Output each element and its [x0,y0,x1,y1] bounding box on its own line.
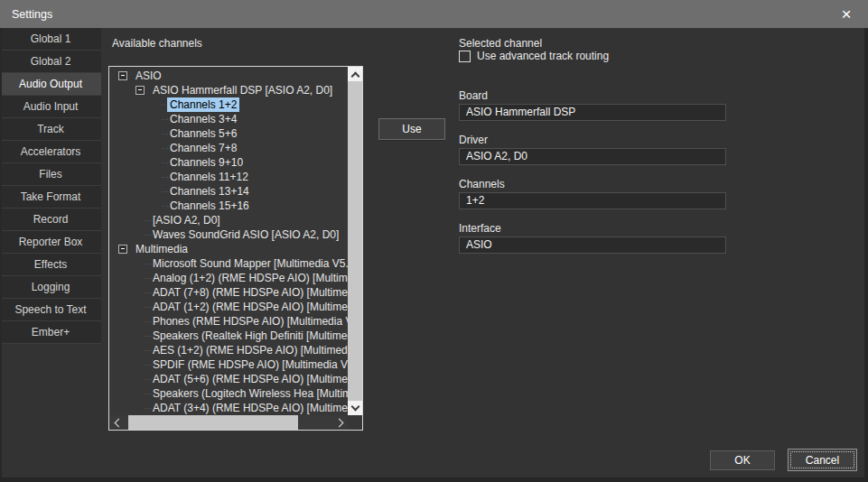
ok-button[interactable]: OK [710,450,775,470]
selected-channel-heading: Selected channel [459,37,542,50]
available-channels-label: Available channels [112,37,202,50]
tree-item-channels-1-2[interactable]: Channels 1+2 [109,97,348,112]
collapse-icon[interactable] [118,71,127,80]
channel-tree: ASIOASIO Hammerfall DSP [ASIO A2, D0]Cha… [109,67,348,415]
field-input-driver[interactable]: ASIO A2, D0 [459,148,726,165]
window-frame-bottom [0,477,868,482]
tree-item-label: Channels 15+16 [167,199,252,213]
horizontal-scrollbar-thumb[interactable] [128,415,298,430]
sidebar: Global 1Global 2Audio OutputAudio InputT… [0,28,101,344]
sidebar-item-audio-output[interactable]: Audio Output [0,73,101,96]
collapse-icon[interactable] [135,86,145,95]
tree-item-channels-3-4[interactable]: Channels 3+4 [109,112,348,126]
tree-item-spdif-rme-hdspe-aio-multimedia-v10-0[interactable]: SPDIF (RME HDSPe AIO) [Multimedia V10.0] [109,357,348,372]
collapse-icon[interactable] [118,245,127,254]
window-frame-left [0,28,2,482]
tree-item-label: ADAT (1+2) (RME HDSPe AIO) [Multimedia V [150,300,348,314]
tree-item-label: ADAT (5+6) (RME HDSPe AIO) [Multimedia V [150,372,348,386]
tree-item-channels-5-6[interactable]: Channels 5+6 [109,126,348,141]
scroll-up-button[interactable] [348,67,362,81]
tree-item-label: Analog (1+2) (RME HDSPe AIO) [Multimedia [150,271,348,285]
sidebar-item-reporter-box[interactable]: Reporter Box [0,231,101,254]
field-input-board[interactable]: ASIO Hammerfall DSP [459,104,726,121]
sidebar-item-files[interactable]: Files [0,163,101,186]
sidebar-item-accelerators[interactable]: Accelerators [0,141,101,163]
window-frame-right [864,28,868,482]
sidebar-item-speech-to-text[interactable]: Speech to Text [0,299,101,321]
horizontal-scrollbar[interactable] [109,415,348,430]
sidebar-item-ember[interactable]: Ember+ [0,321,101,344]
tree-item-label: Phones (RME HDSPe AIO) [Multimedia V10. [150,314,348,329]
tree-item-label: Multimedia [133,242,191,256]
vertical-scrollbar[interactable] [348,67,362,415]
tree-item-label: Speakers (Realtek High Definiti [Multime… [150,329,348,343]
field-label-board: Board [459,89,488,102]
tree-item-adat-3-4-rme-hdspe-aio-multimedia-v[interactable]: ADAT (3+4) (RME HDSPe AIO) [Multimedia V [109,401,348,415]
scroll-right-button[interactable] [333,415,348,430]
advanced-routing-checkbox[interactable] [459,51,471,62]
scroll-left-button[interactable] [109,415,124,430]
field-input-channels[interactable]: 1+2 [459,192,726,209]
tree-item-label: ADAT (3+4) (RME HDSPe AIO) [Multimedia V [150,401,348,415]
available-channels-listbox: ASIOASIO Hammerfall DSP [ASIO A2, D0]Cha… [108,66,363,431]
tree-item-adat-7-8-rme-hdspe-aio-multimedia-v[interactable]: ADAT (7+8) (RME HDSPe AIO) [Multimedia V [109,285,348,300]
minus-glyph [121,75,125,76]
tree-item-channels-9-10[interactable]: Channels 9+10 [109,155,348,170]
tree-item-label: AES (1+2) (RME HDSPe AIO) [Multimedia V1 [150,343,348,357]
close-icon[interactable]: × [836,5,856,23]
tree-item-label: SPDIF (RME HDSPe AIO) [Multimedia V10.0] [150,357,348,372]
sidebar-item-audio-input[interactable]: Audio Input [0,96,101,118]
sidebar-item-track[interactable]: Track [0,118,101,141]
tree-item-channels-7-8[interactable]: Channels 7+8 [109,141,348,155]
tree-item-microsoft-sound-mapper-multimedia-v5-0[interactable]: Microsoft Sound Mapper [Multimedia V5.0 [109,256,348,271]
tree-item-label: Microsoft Sound Mapper [Multimedia V5.0 [150,256,348,271]
tree-item-label: ADAT (7+8) (RME HDSPe AIO) [Multimedia V [150,285,348,300]
tree-item-asio[interactable]: ASIO [109,69,348,83]
advanced-routing-row[interactable]: Use advanced track routing [459,50,609,62]
field-label-driver: Driver [459,134,488,146]
tree-item-channels-15-16[interactable]: Channels 15+16 [109,199,348,213]
tree-item-label: Waves SoundGrid ASIO [ASIO A2, D0] [150,227,341,242]
sidebar-item-logging[interactable]: Logging [0,276,101,299]
tree-item-adat-1-2-rme-hdspe-aio-multimedia-v[interactable]: ADAT (1+2) (RME HDSPe AIO) [Multimedia V [109,300,348,314]
chevron-right-icon [334,418,343,427]
scroll-down-button[interactable] [348,401,362,415]
tree-item-speakers-realtek-high-definiti-multimedi[interactable]: Speakers (Realtek High Definiti [Multime… [109,329,348,343]
tree-item-asio-a2-d0[interactable]: [ASIO A2, D0] [109,213,348,227]
tree-item-channels-11-12[interactable]: Channels 11+12 [109,170,348,184]
chevron-up-icon [350,71,359,80]
tree-item-label: Channels 3+4 [167,112,239,126]
sidebar-item-global-2[interactable]: Global 2 [0,51,101,73]
cancel-button[interactable]: Cancel [788,449,857,471]
chevron-left-icon [114,418,123,427]
vertical-scrollbar-thumb[interactable] [348,81,362,401]
minus-glyph [121,248,125,249]
tree-item-phones-rme-hdspe-aio-multimedia-v10[interactable]: Phones (RME HDSPe AIO) [Multimedia V10. [109,314,348,329]
tree-item-multimedia[interactable]: Multimedia [109,242,348,256]
field-label-channels: Channels [459,178,505,190]
tree-item-label: Channels 11+12 [167,170,251,184]
tree-item-analog-1-2-rme-hdspe-aio-multimedia[interactable]: Analog (1+2) (RME HDSPe AIO) [Multimedia [109,271,348,285]
tree-item-label: Channels 1+2 [167,97,239,112]
tree-item-waves-soundgrid-asio-asio-a2-d0[interactable]: Waves SoundGrid ASIO [ASIO A2, D0] [109,227,348,242]
use-button[interactable]: Use [378,118,445,140]
tree-item-channels-13-14[interactable]: Channels 13+14 [109,184,348,199]
tree-item-label: ASIO Hammerfall DSP [ASIO A2, D0] [150,83,335,97]
selected-channel-panel: Selected channel Use advanced track rout… [459,37,726,281]
sidebar-item-effects[interactable]: Effects [0,254,101,276]
sidebar-item-global-1[interactable]: Global 1 [0,28,101,51]
tree-item-aes-1-2-rme-hdspe-aio-multimedia-v1[interactable]: AES (1+2) (RME HDSPe AIO) [Multimedia V1 [109,343,348,357]
sidebar-item-record[interactable]: Record [0,209,101,231]
sidebar-item-take-format[interactable]: Take Format [0,186,101,209]
titlebar[interactable]: Settings × [0,0,868,28]
dialog-title: Settings [12,8,52,21]
field-input-interface[interactable]: ASIO [459,236,726,254]
tree-item-speakers-logitech-wireless-hea-multimed[interactable]: Speakers (Logitech Wireless Hea [Multime… [109,386,348,401]
tree-item-label: Channels 9+10 [167,155,246,170]
field-label-interface: Interface [459,222,501,235]
tree-item-adat-5-6-rme-hdspe-aio-multimedia-v[interactable]: ADAT (5+6) (RME HDSPe AIO) [Multimedia V [109,372,348,386]
tree-item-asio-hammerfall-dsp-asio-a2-d0[interactable]: ASIO Hammerfall DSP [ASIO A2, D0] [109,83,348,97]
settings-dialog: Settings × Global 1Global 2Audio OutputA… [0,0,868,482]
tree-item-label: Channels 13+14 [167,184,252,199]
minus-glyph [138,89,142,90]
